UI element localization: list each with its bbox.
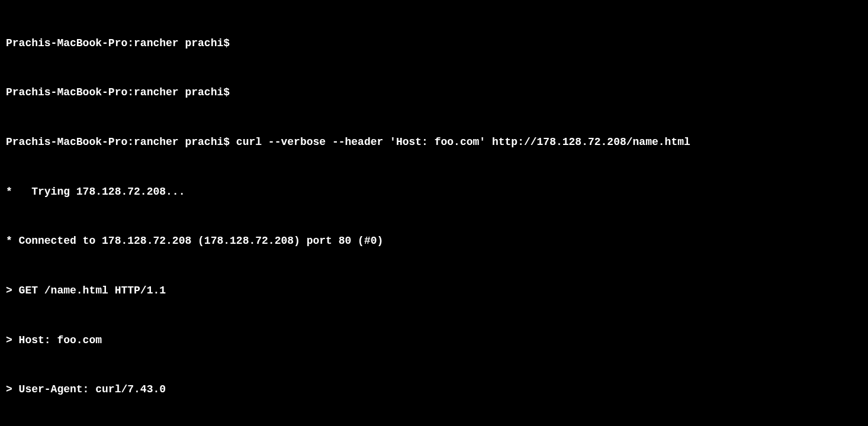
terminal-line: Prachis-MacBook-Pro:rancher prachi$ xyxy=(6,36,862,52)
terminal-line: * Connected to 178.128.72.208 (178.128.7… xyxy=(6,233,862,250)
terminal-window[interactable]: Prachis-MacBook-Pro:rancher prachi$ Prac… xyxy=(6,2,862,426)
terminal-line: * Trying 178.128.72.208... xyxy=(6,184,862,201)
terminal-line: Prachis-MacBook-Pro:rancher prachi$ xyxy=(6,85,862,101)
terminal-line: > GET /name.html HTTP/1.1 xyxy=(6,283,862,299)
terminal-line: > Host: foo.com xyxy=(6,333,862,349)
terminal-line: Prachis-MacBook-Pro:rancher prachi$ curl… xyxy=(6,134,862,151)
terminal-line: > User-Agent: curl/7.43.0 xyxy=(6,382,862,398)
